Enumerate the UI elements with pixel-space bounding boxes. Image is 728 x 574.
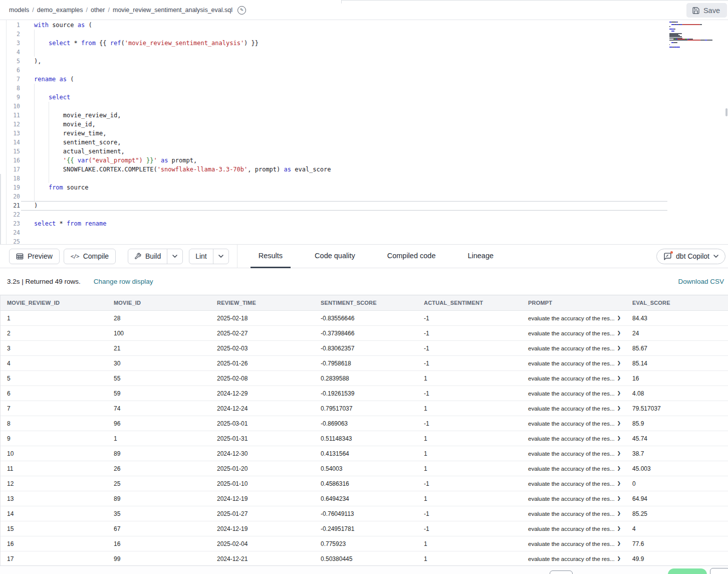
chevron-right-icon[interactable]: ❯ xyxy=(617,511,621,516)
build-dropdown-button[interactable] xyxy=(167,249,182,264)
line-number[interactable]: 16 xyxy=(6,156,20,165)
column-header-movie_review_id[interactable]: MOVIE_REVIEW_ID xyxy=(7,300,114,306)
download-csv-link[interactable]: Download CSV xyxy=(678,278,724,285)
code-line[interactable]: rename as ( xyxy=(34,75,74,84)
cell-prompt: evaluate the accuracy of the res...❯ xyxy=(528,496,632,502)
code-line[interactable]: '{{ var("eval_prompt") }}' as prompt, xyxy=(34,156,197,165)
code-line[interactable]: sentiment_score, xyxy=(34,138,121,147)
editor-minimap[interactable] xyxy=(669,22,726,48)
line-number[interactable]: 4 xyxy=(6,48,20,57)
line-number[interactable]: 12 xyxy=(6,120,20,129)
prompt-preview-text: evaluate the accuracy of the res... xyxy=(528,526,615,532)
tab-results[interactable]: Results xyxy=(251,244,291,268)
breadcrumb-item[interactable]: models xyxy=(9,7,29,14)
editor-scrollbar-thumb[interactable] xyxy=(725,108,727,116)
chevron-right-icon[interactable]: ❯ xyxy=(617,376,621,380)
column-header-eval_score[interactable]: EVAL_SCORE xyxy=(632,300,728,306)
cell-movie_id: 28 xyxy=(114,315,217,322)
line-number[interactable]: 23 xyxy=(6,219,20,228)
line-number[interactable]: 14 xyxy=(6,138,20,147)
code-line[interactable]: select * from {{ ref('movie_review_senti… xyxy=(34,39,259,48)
line-number[interactable]: 3 xyxy=(6,39,20,48)
breadcrumb-item[interactable]: other xyxy=(91,7,105,14)
chevron-right-icon[interactable]: ❯ xyxy=(617,316,621,320)
line-number[interactable]: 20 xyxy=(6,192,20,201)
cell-eval_score: 77.6 xyxy=(632,540,728,547)
column-header-sentiment_score[interactable]: SENTIMENT_SCORE xyxy=(321,300,424,306)
breadcrumb-item[interactable]: demo_examples xyxy=(37,7,83,14)
code-line[interactable]: review_time, xyxy=(34,129,107,138)
code-line[interactable]: ), xyxy=(34,57,41,66)
chevron-right-icon[interactable]: ❯ xyxy=(617,526,621,531)
chevron-right-icon[interactable]: ❯ xyxy=(617,481,621,486)
line-number[interactable]: 24 xyxy=(6,228,20,237)
chevron-right-icon[interactable]: ❯ xyxy=(617,436,621,441)
code-line[interactable]: from source xyxy=(34,183,88,192)
cell-movie_review_id: 5 xyxy=(7,375,114,382)
save-button[interactable]: Save xyxy=(686,3,727,18)
code-line[interactable]: select xyxy=(34,93,70,102)
line-number[interactable]: 11 xyxy=(6,111,20,120)
line-number[interactable]: 21 xyxy=(6,201,20,210)
cell-movie_review_id: 13 xyxy=(7,495,114,502)
cell-movie_id: 74 xyxy=(114,405,217,412)
tab-lineage[interactable]: Lineage xyxy=(459,244,502,268)
line-number[interactable]: 25 xyxy=(6,237,20,244)
line-number[interactable]: 2 xyxy=(6,30,20,39)
chevron-right-icon[interactable]: ❯ xyxy=(617,496,621,501)
code-line[interactable]: SNOWFLAKE.CORTEX.COMPLETE('snowflake-lla… xyxy=(34,165,331,174)
chevron-right-icon[interactable]: ❯ xyxy=(617,541,621,546)
tab-compiled-code[interactable]: Compiled code xyxy=(379,244,444,268)
column-header-movie_id[interactable]: MOVIE_ID xyxy=(114,300,217,306)
tab-code-quality[interactable]: Code quality xyxy=(307,244,363,268)
chevron-right-icon[interactable]: ❯ xyxy=(617,346,621,350)
chevron-right-icon[interactable]: ❯ xyxy=(617,556,621,561)
line-number[interactable]: 22 xyxy=(6,210,20,219)
line-number[interactable]: 6 xyxy=(6,66,20,75)
cell-review_time: 2025-02-18 xyxy=(217,315,321,322)
cell-movie_review_id: 11 xyxy=(7,465,114,472)
chevron-right-icon[interactable]: ❯ xyxy=(617,361,621,365)
code-line[interactable]: select * from rename xyxy=(34,219,107,228)
chevron-right-icon[interactable]: ❯ xyxy=(617,451,621,456)
change-row-display-link[interactable]: Change row display xyxy=(94,278,153,285)
line-number[interactable]: 1 xyxy=(6,21,20,30)
column-header-actual_sentiment[interactable]: ACTUAL_SENTIMENT xyxy=(424,300,528,306)
code-line[interactable]: actual_sentiment, xyxy=(34,147,125,156)
table-row: 1282025-02-18-0.83556646-1evaluate the a… xyxy=(1,311,728,326)
chevron-right-icon[interactable]: ❯ xyxy=(617,421,621,426)
chevron-right-icon[interactable]: ❯ xyxy=(617,466,621,471)
chevron-right-icon[interactable]: ❯ xyxy=(617,406,621,411)
code-line[interactable]: ) xyxy=(34,201,38,210)
line-number[interactable]: 10 xyxy=(6,102,20,111)
dbt-copilot-button[interactable]: dbt Copilot xyxy=(656,249,725,264)
line-number[interactable]: 18 xyxy=(6,174,20,183)
chevron-right-icon[interactable]: ❯ xyxy=(617,391,621,396)
prompt-preview-text: evaluate the accuracy of the res... xyxy=(528,315,615,321)
chevron-right-icon[interactable]: ❯ xyxy=(617,331,621,335)
line-number[interactable]: 17 xyxy=(6,165,20,174)
line-number[interactable]: 7 xyxy=(6,75,20,84)
line-number[interactable]: 5 xyxy=(6,57,20,66)
column-header-review_time[interactable]: REVIEW_TIME xyxy=(217,300,321,306)
cutoff-button[interactable] xyxy=(710,568,728,574)
cell-movie_review_id: 6 xyxy=(7,390,114,397)
lint-dropdown-button[interactable] xyxy=(213,249,228,264)
line-number[interactable]: 8 xyxy=(6,84,20,93)
breadcrumb-item[interactable]: movie_review_sentiment_analysis_eval.sql xyxy=(113,7,232,14)
help-pill-button[interactable] xyxy=(668,568,707,574)
build-button[interactable]: Build xyxy=(128,249,167,264)
line-number[interactable]: 19 xyxy=(6,183,20,192)
code-line[interactable]: movie_review_id, xyxy=(34,111,121,120)
code-line[interactable]: with source as ( xyxy=(34,21,92,30)
preview-button[interactable]: Preview xyxy=(9,249,60,264)
line-number[interactable]: 15 xyxy=(6,147,20,156)
line-number[interactable]: 9 xyxy=(6,93,20,102)
line-number[interactable]: 13 xyxy=(6,129,20,138)
column-header-prompt[interactable]: PROMPT xyxy=(528,300,632,306)
sql-code-editor[interactable]: 1with source as (23 select * from {{ ref… xyxy=(0,20,728,244)
code-line[interactable]: movie_id, xyxy=(34,120,96,129)
cutoff-button[interactable] xyxy=(550,570,573,574)
lint-button[interactable]: Lint xyxy=(189,249,213,264)
compile-button[interactable]: </> Compile xyxy=(64,249,116,264)
